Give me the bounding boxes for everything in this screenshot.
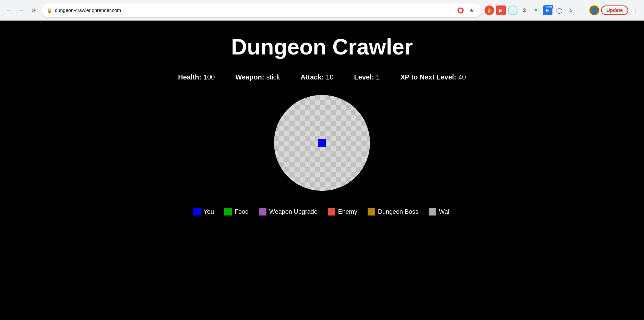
- new-badge: New: [545, 5, 553, 9]
- wall-label: Wall: [439, 208, 451, 216]
- xp-value: 40: [458, 73, 466, 81]
- ext-play-icon[interactable]: ▶: [496, 5, 506, 15]
- attack-label: Attack:: [300, 73, 324, 81]
- forward-button[interactable]: →: [16, 5, 26, 15]
- enemy-label: Enemy: [338, 208, 357, 216]
- address-actions: ⭕ ★: [456, 5, 476, 15]
- ext-clock-icon[interactable]: ◯: [554, 5, 564, 15]
- food-label: Food: [235, 208, 249, 216]
- dungeon-viewport[interactable]: [274, 95, 370, 191]
- health-value: 100: [203, 73, 215, 81]
- dungeon-boss-label: Dungeon Boss: [378, 208, 418, 216]
- you-swatch: [193, 208, 201, 216]
- xp-stat: XP to Next Level: 40: [400, 73, 466, 81]
- dungeon-boss-swatch: [368, 208, 375, 216]
- update-button[interactable]: Update: [601, 5, 628, 15]
- lock-icon: 🔒: [47, 8, 52, 13]
- player-dot: [318, 139, 326, 147]
- legend-item-weapon-upgrade: Weapon Upgrade: [259, 208, 318, 216]
- address-bar[interactable]: 🔒 dungeon-crawler.onrender.com ⭕ ★: [41, 3, 482, 17]
- weapon-stat: Weapon: stick: [235, 73, 280, 81]
- legend-item-enemy: Enemy: [328, 208, 357, 216]
- weapon-label: Weapon:: [235, 73, 264, 81]
- food-swatch: [224, 208, 232, 216]
- legend: You Food Weapon Upgrade Enemy Dungeon Bo…: [193, 208, 451, 216]
- dungeon-floor: [274, 95, 370, 191]
- level-label: Level:: [354, 73, 374, 81]
- legend-item-wall: Wall: [429, 208, 451, 216]
- ext-gear-icon[interactable]: ⚙: [520, 5, 529, 15]
- share-button[interactable]: ⭕: [456, 5, 465, 15]
- game-title: Dungeon Crawler: [231, 34, 413, 60]
- ext-react-icon[interactable]: ⚛: [508, 5, 517, 15]
- reload-button[interactable]: ⟳: [29, 5, 38, 15]
- browser-menu-button[interactable]: ⋮: [630, 5, 640, 15]
- user-avatar[interactable]: 👤: [589, 5, 599, 15]
- wall-swatch: [429, 208, 436, 216]
- attack-value: 10: [326, 73, 333, 81]
- game-container: Dungeon Crawler Health: 100 Weapon: stic…: [0, 21, 644, 320]
- enemy-swatch: [328, 208, 335, 216]
- browser-chrome: ← → ⟳ 🔒 dungeon-crawler.onrender.com ⭕ ★…: [0, 0, 644, 21]
- health-stat: Health: 100: [178, 73, 215, 81]
- you-label: You: [204, 208, 214, 216]
- stats-bar: Health: 100 Weapon: stick Attack: 10 Lev…: [178, 73, 466, 81]
- weapon-value: stick: [266, 73, 280, 81]
- legend-item-food: Food: [224, 208, 249, 216]
- browser-extensions: ✋ ▶ ⚛ ⚙ ▼ ▶ New ◯ ↻ ▫: [485, 5, 640, 15]
- health-label: Health:: [178, 73, 201, 81]
- ext-new-icon[interactable]: ▶ New: [543, 5, 552, 15]
- legend-item-dungeon-boss: Dungeon Boss: [368, 208, 418, 216]
- level-value: 1: [376, 73, 380, 81]
- ext-red-icon[interactable]: ✋: [485, 5, 494, 15]
- level-stat: Level: 1: [354, 73, 380, 81]
- ext-refresh-icon[interactable]: ↻: [566, 5, 576, 15]
- weapon-upgrade-swatch: [259, 208, 266, 216]
- ext-vue-icon[interactable]: ▼: [531, 5, 541, 15]
- ext-puzzle-icon[interactable]: ▫: [578, 5, 587, 15]
- attack-stat: Attack: 10: [300, 73, 333, 81]
- xp-label: XP to Next Level:: [400, 73, 456, 81]
- dungeon-canvas: [274, 95, 370, 191]
- url-text: dungeon-crawler.onrender.com: [55, 8, 453, 13]
- bookmark-button[interactable]: ★: [467, 5, 476, 15]
- back-button[interactable]: ←: [4, 5, 14, 15]
- legend-item-you: You: [193, 208, 214, 216]
- weapon-upgrade-label: Weapon Upgrade: [269, 208, 318, 216]
